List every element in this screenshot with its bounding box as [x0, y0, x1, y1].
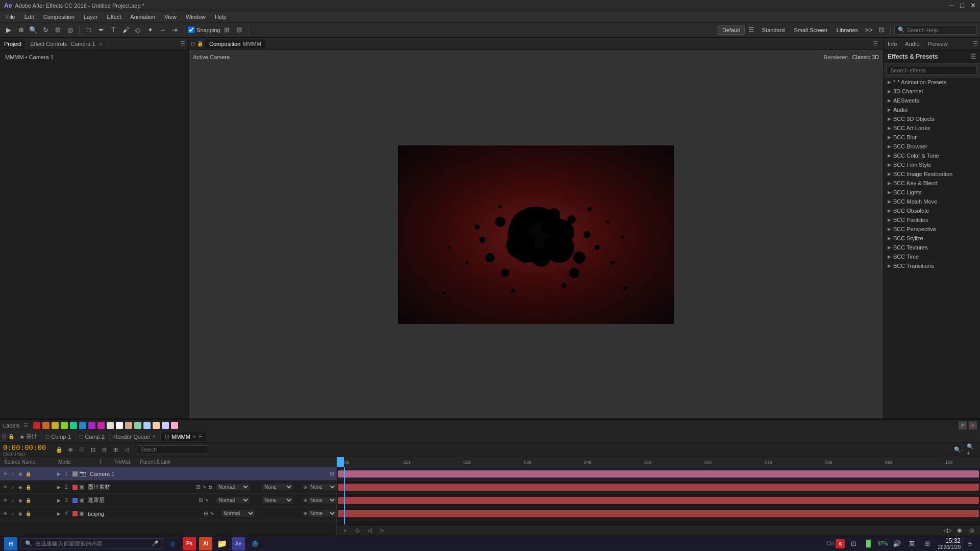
right-panel-menu[interactable]: ☰: [971, 39, 980, 48]
layer-2-vis[interactable]: 👁: [2, 484, 8, 490]
zoom-tool[interactable]: 🔍: [28, 24, 39, 36]
label-color-9[interactable]: [116, 422, 123, 429]
effects-item-19[interactable]: ▶ BCC Time: [884, 252, 980, 261]
taskbar-ie[interactable]: e: [166, 537, 180, 550]
effects-item-0[interactable]: ▶ * * Animation Presets: [884, 78, 980, 87]
tl-nav-left[interactable]: ◁: [364, 525, 375, 536]
tab-composition-view[interactable]: Composition MMMM: [205, 39, 265, 48]
start-button[interactable]: ⊞: [4, 537, 17, 550]
layer-1-lock[interactable]: 🔒: [25, 471, 31, 477]
mmmm-tab-menu[interactable]: ☰: [199, 434, 203, 439]
workspace-standard[interactable]: Standard: [758, 26, 789, 34]
composition-canvas[interactable]: [398, 145, 674, 324]
tab-info[interactable]: Info: [884, 39, 901, 48]
anchor-tool[interactable]: ⊕: [15, 24, 27, 36]
taskbar-mic-icon[interactable]: 🎤: [152, 540, 159, 547]
timeline-tab-mmmm[interactable]: ⊡ MMMM ✕ ☰: [161, 432, 207, 441]
label-color-7[interactable]: [97, 422, 105, 429]
track-bar-1[interactable]: [338, 470, 979, 478]
eraser-tool[interactable]: ◇: [132, 24, 143, 36]
layer-row-1[interactable]: 👁 ♪ ◉ 🔒 ▶ 1 📷 Camera 1 ⊞: [0, 467, 336, 481]
time-display[interactable]: 0:00:00:00: [3, 443, 46, 452]
labels-menu-icon[interactable]: ☰: [23, 422, 28, 428]
taskbar-ae[interactable]: Ae: [232, 537, 245, 550]
maximize-button[interactable]: □: [960, 2, 964, 9]
layer-4-expand[interactable]: ▶: [57, 511, 61, 516]
timeline-tab-render[interactable]: Render Queue ✕: [109, 432, 161, 441]
taskbar-clock[interactable]: 15:32 2020/1/20: [938, 537, 961, 550]
label-color-11[interactable]: [134, 422, 141, 429]
layer-3-vis[interactable]: 👁: [2, 497, 8, 504]
effects-search-input[interactable]: [887, 66, 977, 75]
playhead[interactable]: [344, 467, 345, 524]
effects-item-6[interactable]: ▶ BCC Blur: [884, 133, 980, 142]
menu-layer[interactable]: Layer: [80, 13, 102, 21]
taskbar-volume[interactable]: 🔊: [890, 537, 903, 550]
effects-panel-menu[interactable]: ☰: [970, 53, 976, 60]
layer-2-trkmat-select[interactable]: None: [262, 484, 293, 490]
effects-item-7[interactable]: ▶ BCC Browser: [884, 142, 980, 151]
effects-item-16[interactable]: ▶ BCC Perspective: [884, 224, 980, 234]
tl-zoom-timeline[interactable]: ◎: [967, 525, 977, 536]
tl-btn-solo[interactable]: ☉: [77, 445, 87, 455]
effects-item-11[interactable]: ▶ BCC Key & Blend: [884, 179, 980, 188]
layer-3-name[interactable]: 遮罩层: [86, 496, 199, 504]
effects-item-1[interactable]: ▶ 3D Channel: [884, 87, 980, 96]
effects-item-2[interactable]: ▶ AESweets: [884, 96, 980, 105]
taskbar-battery[interactable]: ▉: [862, 537, 875, 550]
menu-composition[interactable]: Composition: [39, 13, 79, 21]
layer-4-solo[interactable]: ◉: [17, 511, 23, 517]
layer-3-audio[interactable]: ♪: [10, 497, 16, 504]
panel-menu-icon[interactable]: ☰: [177, 39, 188, 48]
close-button[interactable]: ✕: [970, 2, 976, 9]
workspace-panel-options[interactable]: ⊡: [875, 24, 887, 36]
layer-3-parent-select[interactable]: None: [308, 497, 336, 504]
tl-btn-frame[interactable]: ⊞: [110, 445, 120, 455]
layer-3-trkmat-select[interactable]: None: [262, 497, 293, 504]
tl-collapse-btn[interactable]: ◁▷: [942, 525, 952, 536]
effects-item-4[interactable]: ▶ BCC 3D Objects: [884, 114, 980, 123]
layer-2-solo[interactable]: ◉: [17, 484, 23, 490]
tl-expand-btn[interactable]: ◉: [954, 525, 965, 536]
menu-file[interactable]: File: [2, 13, 19, 21]
effects-item-13[interactable]: ▶ BCC Match Move: [884, 197, 980, 206]
camera-rotate-tool[interactable]: ↻: [40, 24, 51, 36]
timeline-search-input[interactable]: [137, 445, 208, 454]
track-bar-2[interactable]: [338, 484, 979, 491]
layer-row-2[interactable]: 👁 ♪ ◉ 🔒 ▶ 2 ▣ 墨汁素材 ⊞ ✎ fx Normal: [0, 481, 336, 494]
pen-tool[interactable]: ✒: [95, 24, 107, 36]
workspace-libraries[interactable]: Libraries: [832, 26, 862, 34]
align-tool[interactable]: ⇥: [169, 24, 180, 36]
effects-item-9[interactable]: ▶ BCC Film Style: [884, 160, 980, 169]
menu-window[interactable]: Window: [182, 13, 210, 21]
tl-zoom-out[interactable]: 🔍-: [953, 445, 964, 455]
camera-orbit-tool[interactable]: ◎: [64, 24, 76, 36]
tl-btn-shy[interactable]: ⊟: [99, 445, 109, 455]
roto-tool[interactable]: →: [157, 24, 168, 36]
layer-2-parent-select[interactable]: None: [308, 484, 336, 490]
layer-4-name[interactable]: beijing: [86, 511, 204, 517]
snapping-checkbox[interactable]: [188, 27, 194, 33]
label-color-1[interactable]: [42, 422, 50, 429]
layer-3-expand[interactable]: ▶: [57, 498, 61, 503]
taskbar-input-method[interactable]: 英: [905, 537, 919, 550]
layer-1-solo[interactable]: ◉: [17, 471, 23, 477]
layer-1-expand[interactable]: ▶: [57, 471, 61, 477]
track-bar-3[interactable]: [338, 497, 979, 504]
label-f-btn[interactable]: F: [959, 421, 967, 430]
label-color-4[interactable]: [70, 422, 77, 429]
effects-item-8[interactable]: ▶ BCC Color & Tone: [884, 151, 980, 160]
layer-2-expand[interactable]: ▶: [57, 485, 61, 490]
layer-4-lock[interactable]: 🔒: [25, 511, 31, 517]
taskbar-search-label[interactable]: 在这里输入你要搜索的内容: [35, 540, 103, 547]
taskbar-show-desktop[interactable]: ⊟: [963, 537, 976, 550]
brush-tool[interactable]: 🖌: [120, 24, 131, 36]
puppet-tool[interactable]: ✦: [144, 24, 156, 36]
layer-4-parent-select[interactable]: None: [308, 510, 336, 517]
menu-edit[interactable]: Edit: [20, 13, 38, 21]
tl-add-btn[interactable]: +: [340, 525, 350, 536]
label-color-8[interactable]: [107, 422, 114, 429]
label-color-12[interactable]: [143, 422, 151, 429]
label-color-10[interactable]: [125, 422, 132, 429]
proportional-grid[interactable]: ⊟: [234, 24, 245, 36]
